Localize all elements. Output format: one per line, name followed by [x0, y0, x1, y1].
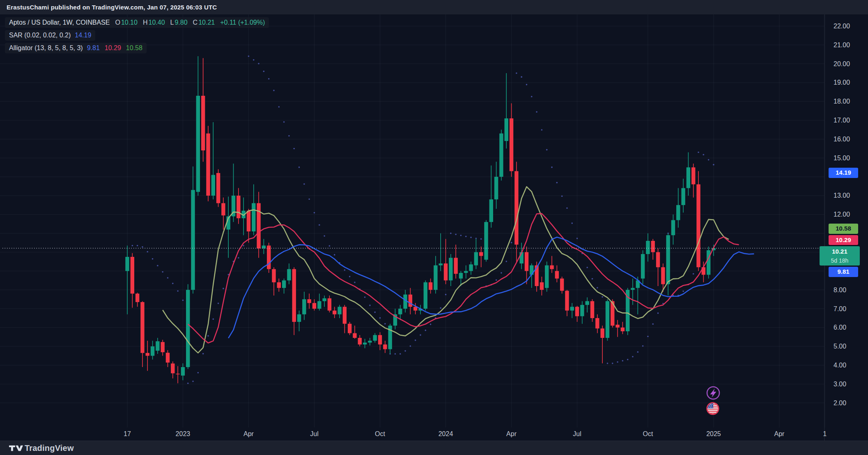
alligator-lips-value: 10.58 [126, 44, 142, 51]
price-tick-3.00: 3.00 [834, 381, 846, 388]
price-tick-12.00: 12.00 [834, 211, 850, 218]
low-value: 9.80 [175, 19, 187, 26]
footer-bar: TradingView [0, 441, 868, 455]
price-tick-22.00: 22.00 [834, 23, 850, 30]
sar-label: SAR (0.02, 0.02, 0.2) [9, 32, 71, 39]
bar-countdown: 5d 18h [820, 256, 860, 265]
price-tick-2.00: 2.00 [834, 400, 846, 406]
price-tick-7.00: 7.00 [834, 305, 846, 312]
price-tick-4.00: 4.00 [834, 362, 846, 369]
jaw-price-label: 9.81 [829, 267, 858, 277]
high-label: H [143, 19, 148, 26]
price-tick-6.00: 6.00 [834, 324, 846, 331]
time-label-2025: 2025 [706, 430, 721, 437]
tradingview-brand[interactable]: TradingView [25, 443, 74, 453]
change-value: +0.11 (+1.09%) [220, 19, 265, 26]
lips-price-label: 10.58 [829, 224, 858, 234]
time-label-1: 1 [823, 430, 827, 437]
tradingview-logo-icon[interactable] [9, 444, 23, 453]
alligator-teeth-value: 10.29 [105, 44, 121, 51]
symbol-title: Aptos / US Dollar, 1W, COINBASE [9, 19, 110, 26]
tradingview-published-chart: 22.0021.0020.0019.0018.0017.0016.0015.00… [0, 0, 868, 455]
price-chart[interactable]: 22.0021.0020.0019.0018.0017.0016.0015.00… [0, 0, 868, 455]
time-label-2024: 2024 [439, 430, 453, 437]
price-tick-16.00: 16.00 [834, 136, 850, 143]
attribution-bar: ErastusChami published on TradingView.co… [0, 0, 868, 14]
price-tick-5.00: 5.00 [834, 343, 846, 350]
close-value: 10.21 [198, 19, 215, 26]
low-label: L [170, 19, 174, 26]
price-tick-13.00: 13.00 [834, 192, 850, 199]
price-tick-20.00: 20.00 [834, 60, 850, 67]
price-tick-8.00: 8.00 [834, 286, 846, 293]
indicator-legend: Aptos / US Dollar, 1W, COINBASE O10.10 H… [5, 17, 269, 55]
alligator-jaw-value: 9.81 [87, 44, 100, 51]
close-label: C [193, 19, 198, 26]
price-tick-21.00: 21.00 [834, 42, 850, 49]
current-price-label: 10.21 5d 18h [820, 246, 860, 266]
sar-price-label: 14.19 [829, 168, 858, 178]
price-tick-17.00: 17.00 [834, 117, 850, 124]
price-tick-15.00: 15.00 [834, 155, 850, 162]
symbol-legend-row[interactable]: Aptos / US Dollar, 1W, COINBASE O10.10 H… [5, 17, 269, 28]
high-value: 10.40 [148, 19, 165, 26]
time-label-17: 17 [124, 430, 131, 437]
time-label-Oct: Oct [643, 430, 653, 437]
time-label-Oct: Oct [375, 430, 385, 437]
alligator-legend-row[interactable]: Alligator (13, 8, 5, 8, 5, 3) 9.81 10.29… [5, 43, 147, 53]
alligator-label: Alligator (13, 8, 5, 8, 5, 3) [9, 44, 83, 51]
time-label-Jul: Jul [573, 430, 581, 437]
price-tick-18.00: 18.00 [834, 98, 850, 105]
teeth-price-label: 10.29 [829, 235, 858, 245]
time-label-Jul: Jul [310, 430, 318, 437]
time-label-Apr: Apr [243, 430, 254, 437]
price-tick-19.00: 19.00 [834, 79, 850, 86]
current-price-value: 10.21 [820, 247, 860, 256]
time-label-2023: 2023 [176, 430, 191, 437]
sar-value: 14.19 [75, 32, 91, 39]
time-label-Apr: Apr [774, 430, 785, 437]
open-value: 10.10 [121, 19, 138, 26]
open-label: O [115, 19, 120, 26]
attribution-text: ErastusChami published on TradingView.co… [7, 4, 217, 11]
sar-legend-row[interactable]: SAR (0.02, 0.02, 0.2) 14.19 [5, 30, 95, 41]
time-label-Apr: Apr [506, 430, 517, 437]
